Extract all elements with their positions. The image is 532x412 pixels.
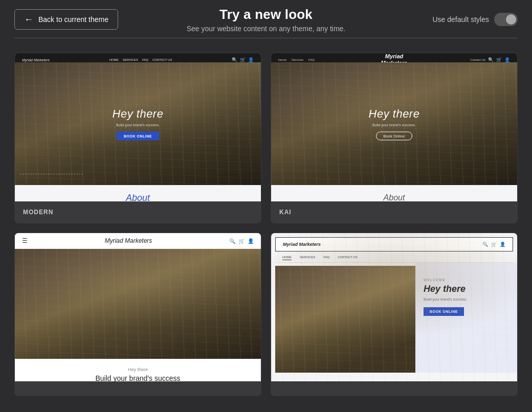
mobile-build-text: Build your brand's success <box>23 374 253 381</box>
themes-grid: Myriad Marketers HOME SERVICES FAQ CONTA… <box>0 38 532 410</box>
page-title: Try a new look <box>187 7 346 22</box>
theme-card-split[interactable]: Myriad Marketers 🔍 🛒 👤 HOME SERVICES FAQ… <box>271 233 518 396</box>
modern-nav: Myriad Marketers HOME SERVICES FAQ CONTA… <box>15 53 261 66</box>
default-styles-label: Use default styles <box>433 15 490 24</box>
default-styles-control: Use default styles <box>433 13 518 26</box>
photo-overlay-split <box>271 233 517 381</box>
back-button-label: Back to current theme <box>38 15 108 24</box>
mobile-icons: 🔍 🛒 👤 <box>229 238 254 244</box>
modern-nav-links: HOME SERVICES FAQ CONTACT US <box>109 58 172 61</box>
kai-hero: Hey there Build your brand's success. Bo… <box>271 62 517 185</box>
modern-label: MODERN <box>15 201 261 223</box>
split-preview: Myriad Marketers 🔍 🛒 👤 HOME SERVICES FAQ… <box>271 233 517 381</box>
page-subtitle: See your website content on any theme, a… <box>187 25 346 33</box>
mobile-hero <box>15 249 261 359</box>
kai-about-text: About <box>384 193 405 201</box>
kai-label: KAI <box>271 201 517 223</box>
mobile-below: Hey there Build your brand's success <box>15 359 261 381</box>
theme-card-kai[interactable]: Home Services FAQ MyriadMarketers Contac… <box>271 53 518 223</box>
modern-hero: Hey there Build your brand's success. BO… <box>15 62 261 185</box>
modern-hero-subtitle: Build your brand's success. <box>113 123 164 127</box>
kai-hero-title: Hey there <box>369 107 420 121</box>
modern-hero-content: Hey there Build your brand's success. BO… <box>113 107 164 141</box>
split-image <box>275 266 415 373</box>
mobile-hey-text: Hey there <box>23 367 253 372</box>
kai-hero-cta: Book Online <box>376 132 412 141</box>
back-arrow-icon: ← <box>24 15 33 24</box>
modern-hero-cta: BOOK ONLINE <box>117 132 159 141</box>
toggle-knob <box>506 14 516 25</box>
hamburger-icon: ☰ <box>22 237 28 244</box>
theme-card-modern[interactable]: Myriad Marketers HOME SERVICES FAQ CONTA… <box>14 53 261 223</box>
mobile-label <box>15 381 261 396</box>
kai-preview: Home Services FAQ MyriadMarketers Contac… <box>271 53 517 201</box>
kai-hero-content: Hey there Build your brand's success. Bo… <box>369 107 420 141</box>
photo-dots <box>15 173 261 175</box>
theme-card-mobile[interactable]: ☰ Myriad Marketers 🔍 🛒 👤 Hey there Build… <box>14 233 261 396</box>
default-styles-toggle[interactable] <box>494 13 518 26</box>
mobile-nav: ☰ Myriad Marketers 🔍 🛒 👤 <box>15 233 261 249</box>
modern-nav-icons: 🔍 🛒 👤 <box>232 57 254 62</box>
modern-nav-logo: Myriad Marketers <box>22 58 50 62</box>
header: ← Back to current theme Try a new look S… <box>0 0 532 38</box>
kai-below-fold: About <box>271 185 517 201</box>
modern-hero-title: Hey there <box>113 107 164 121</box>
modern-below-fold: About <box>15 185 261 201</box>
kai-nav-icons: 🔍 🛒 👤 <box>488 57 510 62</box>
photo-overlay-mobile <box>15 249 261 359</box>
kai-nav-contact: Contact Us <box>470 58 485 61</box>
back-to-theme-button[interactable]: ← Back to current theme <box>14 9 118 30</box>
modern-about-text: About <box>126 193 150 202</box>
modern-preview: Myriad Marketers HOME SERVICES FAQ CONTA… <box>15 53 261 201</box>
kai-hero-subtitle: Build your brand's success. <box>369 123 420 127</box>
kai-nav-left-links: Home Services FAQ <box>278 58 315 61</box>
split-label <box>271 381 517 396</box>
header-center: Try a new look See your website content … <box>187 7 346 33</box>
mobile-logo: Myriad Marketers <box>105 237 152 244</box>
mobile-preview: ☰ Myriad Marketers 🔍 🛒 👤 Hey there Build… <box>15 233 261 381</box>
split-body: WELCOME Hey there Build your brand's suc… <box>271 263 517 373</box>
